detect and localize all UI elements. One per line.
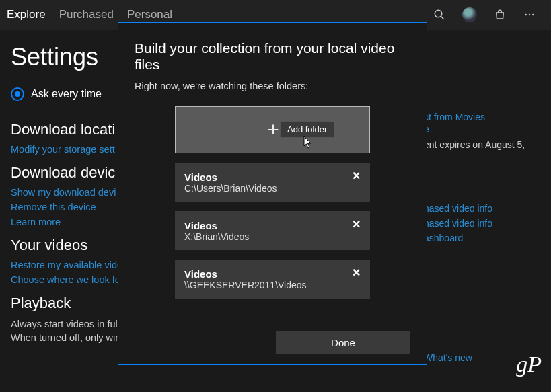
folder-tile[interactable]: Videos \\GEEKSERVER2011\Videos ✕ [175,260,370,299]
folder-tile[interactable]: Videos X:\Brian\Videos ✕ [175,211,370,250]
folder-path: \\GEEKSERVER2011\Videos [184,280,307,290]
add-folder-button[interactable]: + Add folder [175,106,370,153]
add-folder-tooltip: Add folder [280,121,334,138]
close-icon[interactable]: ✕ [352,266,361,279]
watermark: gP [516,352,542,377]
dialog-footer: Done [135,331,410,354]
close-icon[interactable]: ✕ [352,169,361,182]
dialog-title: Build your collection from your local vi… [135,40,410,73]
dialog-subtitle: Right now, we're watching these folders: [135,81,410,91]
close-icon[interactable]: ✕ [352,218,361,231]
dialog-overlay: Build your collection from your local vi… [0,0,551,392]
folder-name: Videos [184,171,277,183]
done-button[interactable]: Done [276,331,410,354]
folder-path: C:\Users\Brian\Videos [184,183,277,194]
folder-path: X:\Brian\Videos [184,231,249,242]
plus-icon: + [267,118,279,141]
folder-tile[interactable]: Videos C:\Users\Brian\Videos ✕ [175,163,370,202]
folder-name: Videos [184,268,307,280]
folder-name: Videos [184,220,249,231]
folder-list: + Add folder Videos C:\Users\Brian\Video… [135,106,410,299]
build-collection-dialog: Build your collection from your local vi… [118,22,427,365]
